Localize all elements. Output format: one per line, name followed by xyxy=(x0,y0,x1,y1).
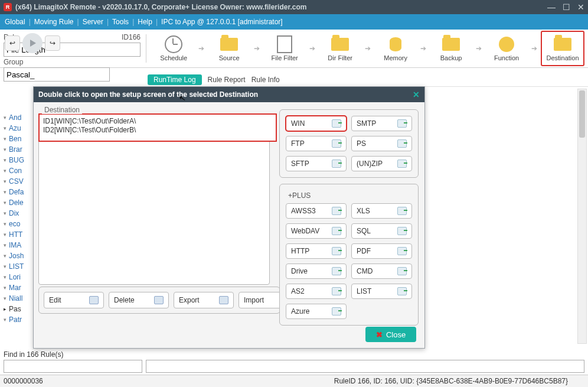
menu-global[interactable]: Global xyxy=(5,18,25,26)
edit-button[interactable]: Edit xyxy=(44,292,104,308)
plus-label: +PLUS xyxy=(288,191,412,200)
tool-function[interactable]: Function xyxy=(485,31,528,66)
arrow-icon: ➔ xyxy=(531,44,537,53)
menu-bar: Global| Moving Rule| Server| Tools| Help… xyxy=(0,14,588,30)
group-label: Group xyxy=(4,58,22,66)
status-counter: 0000000036 xyxy=(4,377,43,385)
folder-arrow-icon xyxy=(397,247,407,255)
folder-arrow-icon xyxy=(332,287,341,295)
folder-arrow-icon xyxy=(397,287,407,295)
dest-type-sql-button[interactable]: SQL xyxy=(351,223,412,239)
folder-arrow-icon xyxy=(332,267,341,275)
arrow-icon: ➔ xyxy=(476,44,482,53)
tool-destination[interactable]: Destination xyxy=(541,31,584,66)
folder-arrow-icon xyxy=(397,207,407,215)
tab-rule-report[interactable]: Rule Report xyxy=(208,76,246,84)
dest-type-sftp-button[interactable]: SFTP xyxy=(286,156,347,171)
app-logo-icon: R xyxy=(4,3,12,11)
export-button[interactable]: Export xyxy=(174,292,234,308)
folder-arrow-icon xyxy=(397,119,407,128)
dest-type-http-button[interactable]: HTTP xyxy=(286,243,347,259)
nav-group: ↩ ↪ xyxy=(5,33,60,53)
tab-runtime-log[interactable]: RunTime Log xyxy=(148,74,202,85)
dest-type-win-button[interactable]: WIN xyxy=(286,116,347,131)
destination-types-basic: WINSMTPFTPPSSFTP(UN)ZIP xyxy=(279,109,419,178)
minimize-icon[interactable]: — xyxy=(547,2,556,12)
destination-group-label: Destination xyxy=(42,106,82,114)
cursor-icon: ↖ xyxy=(178,93,187,103)
dest-type-smtp-button[interactable]: SMTP xyxy=(351,116,412,131)
nav-back-icon[interactable]: ↩ xyxy=(5,35,20,51)
arrow-icon: ➔ xyxy=(309,44,315,53)
menu-help[interactable]: Help xyxy=(138,18,152,26)
find-bar xyxy=(4,360,584,373)
menu-tools[interactable]: Tools xyxy=(112,18,129,26)
tool-source[interactable]: Source xyxy=(208,31,250,66)
dest-type-drive-button[interactable]: Drive xyxy=(286,264,347,279)
close-button[interactable]: ✖Close xyxy=(365,327,416,342)
destination-actions: Edit Delete Export Import xyxy=(38,287,280,314)
dest-type-as2-button[interactable]: AS2 xyxy=(286,284,347,299)
arrow-icon: ➔ xyxy=(198,44,204,53)
arrow-icon: ➔ xyxy=(254,44,260,53)
tool-dir-filter[interactable]: Dir Filter xyxy=(319,31,361,66)
dest-type-list-button[interactable]: LIST xyxy=(351,284,412,299)
destination-listbox[interactable]: ID1[WIN]C:\Test\Out\FolderA\ID2[WIN]C:\T… xyxy=(38,113,270,285)
folder-arrow-icon xyxy=(397,139,407,148)
arrow-icon: ➔ xyxy=(420,44,426,53)
modal-title: Double click to open the setup screen of… xyxy=(38,90,258,99)
close-window-icon[interactable]: ✕ xyxy=(577,2,584,12)
tool-backup[interactable]: Backup xyxy=(430,31,472,66)
window-title: (x64) LimagitoX Remote - v2020.10.17.0, … xyxy=(15,3,306,11)
status-bar: 0000000036 RuleID 166, ID: 166, UID: {34… xyxy=(0,375,588,387)
find-label: Find in 166 Rule(s) xyxy=(4,350,63,359)
folder-arrow-icon xyxy=(397,267,407,275)
delete-icon xyxy=(154,296,164,304)
menu-ipc[interactable]: IPC to App @ 127.0.0.1 [administrator] xyxy=(161,18,283,26)
destination-list-item[interactable]: ID2[WIN]C:\Test\Out\FolderB\ xyxy=(43,126,272,135)
folder-arrow-icon xyxy=(332,247,341,255)
tab-rule-info[interactable]: Rule Info xyxy=(251,76,280,84)
dest-type-azure-button[interactable]: Azure xyxy=(286,304,347,319)
play-button[interactable] xyxy=(22,33,43,53)
tool-file-filter[interactable]: File Filter xyxy=(263,31,306,66)
dest-type-unzip-button[interactable]: (UN)ZIP xyxy=(351,156,412,171)
edit-icon xyxy=(89,296,99,304)
dest-type-xls-button[interactable]: XLS xyxy=(351,203,412,219)
folder-arrow-icon xyxy=(397,227,407,235)
arrow-icon: ➔ xyxy=(365,44,371,53)
destination-modal: Double click to open the setup screen of… xyxy=(33,86,425,349)
dest-type-webdav-button[interactable]: WebDAV xyxy=(286,223,347,239)
group-input[interactable] xyxy=(4,67,110,82)
nav-forward-icon[interactable]: ↪ xyxy=(45,35,60,51)
dest-type-pdf-button[interactable]: PDF xyxy=(351,243,412,259)
destination-list-item[interactable]: ID1[WIN]C:\Test\Out\FolderA\ xyxy=(43,117,272,126)
modal-close-icon[interactable]: ✕ xyxy=(413,90,420,99)
export-icon xyxy=(219,296,228,304)
dest-type-ps-button[interactable]: PS xyxy=(351,136,412,151)
destination-types-plus: +PLUS AWSS3XLSWebDAVSQLHTTPPDFDriveCMDAS… xyxy=(279,184,419,326)
title-bar: R (x64) LimagitoX Remote - v2020.10.17.0… xyxy=(0,0,588,14)
folder-arrow-icon xyxy=(332,207,341,215)
scrollbar[interactable] xyxy=(577,89,587,344)
rule-id-label: ID166 xyxy=(122,33,141,41)
dest-type-awss3-button[interactable]: AWSS3 xyxy=(286,203,347,219)
status-rule-info: RuleID 166, ID: 166, UID: {345E8ABC-638E… xyxy=(334,377,568,385)
log-area xyxy=(146,360,584,373)
close-x-icon: ✖ xyxy=(376,330,383,339)
sub-tabs: RunTime Log Rule Report Rule Info xyxy=(144,73,588,87)
menu-server[interactable]: Server xyxy=(83,18,103,26)
maximize-icon[interactable]: ☐ xyxy=(563,2,570,12)
folder-arrow-icon xyxy=(332,160,341,168)
delete-button[interactable]: Delete xyxy=(109,292,169,308)
find-input[interactable] xyxy=(4,360,142,373)
dest-type-cmd-button[interactable]: CMD xyxy=(351,264,412,279)
folder-arrow-icon xyxy=(332,307,341,316)
tool-schedule[interactable]: Schedule xyxy=(152,31,195,66)
menu-moving-rule[interactable]: Moving Rule xyxy=(34,18,74,26)
folder-arrow-icon xyxy=(332,227,341,235)
dest-type-ftp-button[interactable]: FTP xyxy=(286,136,347,151)
tool-memory[interactable]: Memory xyxy=(374,31,417,66)
folder-arrow-icon xyxy=(332,139,341,148)
folder-arrow-icon xyxy=(332,119,341,128)
